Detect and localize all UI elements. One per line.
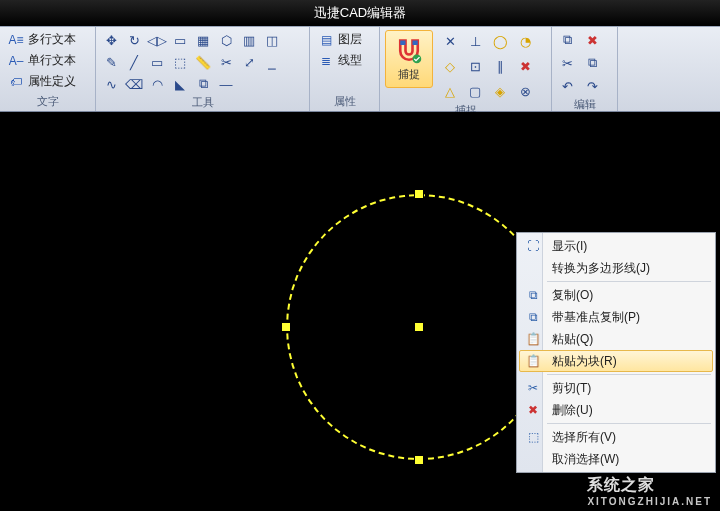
group-label-props: 属性 bbox=[315, 93, 374, 111]
ctx-deselect[interactable]: 取消选择(W) bbox=[519, 448, 713, 470]
edit-delete-icon[interactable]: ✖ bbox=[582, 30, 602, 50]
title-bar: 迅捷CAD编辑器 bbox=[0, 0, 720, 26]
paste-block-icon: 📋 bbox=[524, 352, 542, 370]
grip-top[interactable] bbox=[414, 189, 424, 199]
pencil-icon[interactable]: ✎ bbox=[101, 52, 121, 72]
snap-parallel-icon[interactable]: ∥ bbox=[489, 55, 511, 77]
snap-mid-icon[interactable]: ▢ bbox=[464, 80, 486, 102]
group-label-tools: 工具 bbox=[101, 94, 304, 112]
fillet-icon[interactable]: ◠ bbox=[147, 74, 167, 94]
delete-icon: ✖ bbox=[524, 401, 542, 419]
copy-icon: ⧉ bbox=[524, 286, 542, 304]
display-icon: ⛶ bbox=[524, 237, 542, 255]
snap-intersect-icon[interactable]: ⊗ bbox=[514, 80, 536, 102]
linetype-icon: ≣ bbox=[317, 53, 335, 69]
paste-icon: 📋 bbox=[524, 330, 542, 348]
snap-node-icon[interactable]: ⊡ bbox=[464, 55, 486, 77]
watermark: 系统之家 XITONGZHIJIA.NET bbox=[587, 475, 712, 507]
cut-icon: ✂ bbox=[524, 379, 542, 397]
mirror-icon[interactable]: ◁▷ bbox=[147, 30, 167, 50]
snap-rhombus-icon[interactable]: ◈ bbox=[489, 80, 511, 102]
ribbon-group-text: A≡ 多行文本 A– 单行文本 🏷 属性定义 文字 bbox=[0, 27, 96, 111]
polyline-icon[interactable]: ∿ bbox=[101, 74, 121, 94]
measure-icon[interactable]: 📏 bbox=[193, 52, 213, 72]
attrdef-icon: 🏷 bbox=[7, 74, 25, 90]
app-title: 迅捷CAD编辑器 bbox=[314, 5, 406, 20]
trim-icon[interactable]: ✂ bbox=[216, 52, 236, 72]
ctx-paste[interactable]: 📋 粘贴(Q) bbox=[519, 328, 713, 350]
ctx-copy-base[interactable]: ⧉ 带基准点复制(P) bbox=[519, 306, 713, 328]
rotate-icon[interactable]: ↻ bbox=[124, 30, 144, 50]
snap-endpoint-icon[interactable]: ✕ bbox=[439, 30, 461, 52]
chamfer-icon[interactable]: ◣ bbox=[170, 74, 190, 94]
snap-tangent-icon[interactable]: ◔ bbox=[514, 30, 536, 52]
offset-icon[interactable]: ◫ bbox=[262, 30, 282, 50]
ctx-sep-2 bbox=[547, 374, 711, 375]
context-menu: ⛶ 显示(I) 转换为多边形线(J) ⧉ 复制(O) ⧉ 带基准点复制(P) 📋… bbox=[516, 232, 716, 473]
array-path-icon[interactable]: ▥ bbox=[239, 30, 259, 50]
layer-icon: ▤ bbox=[317, 32, 335, 48]
edit-redo-icon[interactable]: ↷ bbox=[582, 76, 602, 96]
move-icon[interactable]: ✥ bbox=[101, 30, 121, 50]
ctx-delete[interactable]: ✖ 删除(U) bbox=[519, 399, 713, 421]
ctx-select-all[interactable]: ⬚ 选择所有(V) bbox=[519, 426, 713, 448]
snap-circle-icon[interactable]: ◯ bbox=[489, 30, 511, 52]
edit-paste-icon[interactable]: ⧉ bbox=[582, 53, 602, 73]
edit-undo-icon[interactable]: ↶ bbox=[557, 76, 577, 96]
ribbon: A≡ 多行文本 A– 单行文本 🏷 属性定义 文字 ✥ ↻ ◁▷ ▭ ▦ ⬡ bbox=[0, 26, 720, 112]
ribbon-group-tools: ✥ ↻ ◁▷ ▭ ▦ ⬡ ▥ ◫ ✎ ╱ ▭ ⬚ 📏 ✂ ⤢ ⎯ ∿ bbox=[96, 27, 310, 111]
scale-icon[interactable]: ▭ bbox=[170, 30, 190, 50]
snap-magnet-icon bbox=[395, 37, 423, 65]
ctx-copy[interactable]: ⧉ 复制(O) bbox=[519, 284, 713, 306]
snap-tri-icon[interactable]: △ bbox=[439, 80, 461, 102]
ctx-paste-as-block[interactable]: 📋 粘贴为块(R) bbox=[519, 350, 713, 372]
line2-icon[interactable]: ― bbox=[216, 74, 236, 94]
multiline-text-icon: A≡ bbox=[7, 32, 25, 48]
line-icon[interactable]: ╱ bbox=[124, 52, 144, 72]
attrdef-button[interactable]: 🏷 属性定义 bbox=[5, 72, 90, 91]
edit-copy-icon[interactable]: ⧉ bbox=[557, 30, 577, 50]
grip-left[interactable] bbox=[281, 322, 291, 332]
multiline-text-button[interactable]: A≡ 多行文本 bbox=[5, 30, 90, 49]
grip-bottom[interactable] bbox=[414, 455, 424, 465]
ctx-sep-1 bbox=[547, 281, 711, 282]
ctx-display[interactable]: ⛶ 显示(I) bbox=[519, 235, 713, 257]
linetype-button[interactable]: ≣ 线型 bbox=[315, 51, 374, 70]
rect-icon[interactable]: ▭ bbox=[147, 52, 167, 72]
drawing-canvas[interactable]: ⛶ 显示(I) 转换为多边形线(J) ⧉ 复制(O) ⧉ 带基准点复制(P) 📋… bbox=[0, 112, 720, 511]
ctx-to-polyline[interactable]: 转换为多边形线(J) bbox=[519, 257, 713, 279]
snap-perp-icon[interactable]: ⊥ bbox=[464, 30, 486, 52]
ctx-cut[interactable]: ✂ 剪切(T) bbox=[519, 377, 713, 399]
ribbon-group-edit: ⧉ ✖ ✂ ⧉ ↶ ↷ 编辑 bbox=[552, 27, 618, 111]
ctx-sep-3 bbox=[547, 423, 711, 424]
singleline-text-button[interactable]: A– 单行文本 bbox=[5, 51, 90, 70]
ribbon-group-snap: 捕捉 ✕ ⊥ ◯ ◔ ◇ ⊡ ∥ ✖ △ ▢ ◈ ⊗ 捕捉 bbox=[380, 27, 552, 111]
snap-big-button[interactable]: 捕捉 bbox=[385, 30, 433, 88]
snap-icon-grid: ✕ ⊥ ◯ ◔ ◇ ⊡ ∥ ✖ △ ▢ ◈ ⊗ bbox=[439, 30, 536, 102]
rect-array-icon[interactable]: ▦ bbox=[193, 30, 213, 50]
layer-button[interactable]: ▤ 图层 bbox=[315, 30, 374, 49]
singleline-text-icon: A– bbox=[7, 53, 25, 69]
polar-array-icon[interactable]: ⬡ bbox=[216, 30, 236, 50]
ribbon-group-props: ▤ 图层 ≣ 线型 属性 bbox=[310, 27, 380, 111]
extend-icon[interactable]: ⤢ bbox=[239, 52, 259, 72]
break-icon[interactable]: ⎯ bbox=[262, 52, 282, 72]
erase-icon[interactable]: ⌫ bbox=[124, 74, 144, 94]
snap-quadrant-icon[interactable]: ◇ bbox=[439, 55, 461, 77]
group-label-text: 文字 bbox=[5, 93, 90, 111]
grip-center[interactable] bbox=[414, 322, 424, 332]
selection-icon[interactable]: ⬚ bbox=[170, 52, 190, 72]
edit-cut-icon[interactable]: ✂ bbox=[557, 53, 577, 73]
snap-clear-icon[interactable]: ✖ bbox=[514, 55, 536, 77]
copy-base-icon: ⧉ bbox=[524, 308, 542, 326]
select-all-icon: ⬚ bbox=[524, 428, 542, 446]
copy-tool-icon[interactable]: ⧉ bbox=[193, 74, 213, 94]
